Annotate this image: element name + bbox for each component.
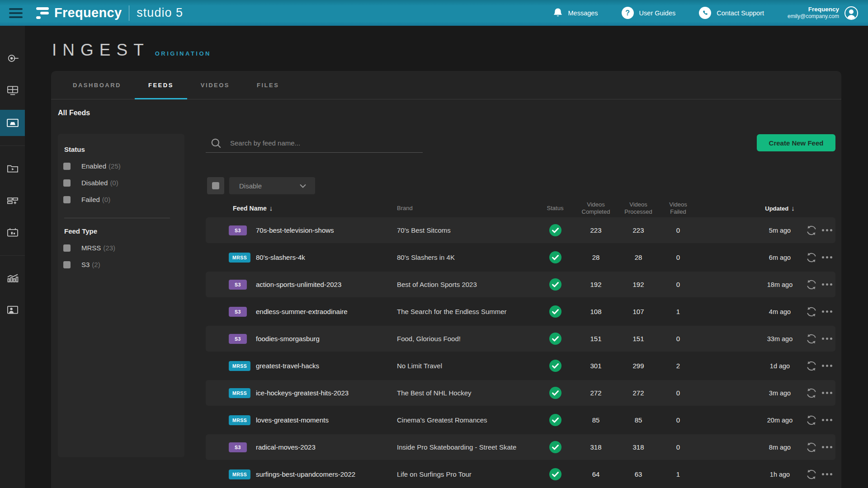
sidebar-item-account[interactable] [0, 297, 25, 323]
feed-brand: Inside Pro Skateboarding - Street Skate [397, 443, 537, 451]
column-header-videos-processed[interactable]: VideosProcessed [618, 201, 658, 216]
videos-failed-value: 1 [658, 470, 698, 478]
filter-option-mrss[interactable]: MRSS(23) [63, 239, 179, 256]
row-menu-button[interactable] [818, 392, 835, 394]
column-header-videos-completed[interactable]: VideosCompleted [573, 201, 618, 216]
avatar-icon[interactable] [844, 6, 858, 20]
checkbox-icon[interactable] [63, 244, 71, 252]
filter-option-disabled[interactable]: Disabled(0) [63, 174, 179, 191]
checkbox-icon [212, 182, 219, 189]
feed-name[interactable]: radical-moves-2023 [256, 443, 397, 451]
sidebar-item-video-library[interactable] [0, 155, 25, 182]
refresh-feed-button[interactable] [805, 224, 818, 237]
refresh-feed-button[interactable] [805, 359, 818, 373]
sidebar-item-multiview[interactable] [0, 77, 25, 103]
refresh-feed-button[interactable] [805, 251, 818, 264]
bulk-action-dropdown[interactable]: Disable [229, 177, 315, 194]
column-header-feed-name[interactable]: Feed Name↓ [229, 204, 397, 212]
sidebar-item-collections[interactable] [0, 188, 25, 214]
row-menu-button[interactable] [818, 310, 835, 313]
feed-type-badge: S3 [229, 442, 247, 452]
filter-option-s3[interactable]: S3(2) [63, 256, 179, 273]
sidebar-item-analytics[interactable] [0, 265, 25, 291]
feed-name[interactable]: foodies-smorgasburg [256, 335, 397, 343]
row-menu-button[interactable] [818, 229, 835, 231]
column-header-updated[interactable]: Updated↓ [755, 204, 805, 212]
feed-name[interactable]: action-sports-unlimited-2023 [256, 281, 397, 288]
column-header-brand[interactable]: Brand [397, 205, 537, 211]
select-all-checkbox[interactable] [207, 177, 224, 194]
refresh-feed-button[interactable] [805, 386, 818, 400]
table-row[interactable]: MRSS 80's-slashers-4k 80's Slashers in 4… [206, 244, 835, 270]
table-row[interactable]: S3 foodies-smorgasburg Food, Glorious Fo… [206, 326, 835, 352]
updated-value: 5m ago [755, 227, 805, 234]
feed-name[interactable]: ice-hockeys-greatest-hits-2023 [256, 389, 397, 397]
table-row[interactable]: S3 endless-summer-extraodinaire The Sear… [206, 299, 835, 324]
refresh-feed-button[interactable] [805, 441, 818, 454]
sidebar-item-schedule[interactable] [0, 220, 25, 246]
table-row[interactable]: MRSS surfings-best-upandcomers-2022 Life… [206, 461, 835, 487]
refresh-feed-button[interactable] [805, 468, 818, 481]
filter-count: (23) [103, 244, 115, 252]
refresh-feed-button[interactable] [805, 413, 818, 427]
table-row[interactable]: S3 action-sports-unlimited-2023 Best of … [206, 272, 835, 297]
refresh-feed-button[interactable] [805, 305, 818, 319]
column-header-videos-failed[interactable]: VideosFailed [658, 201, 698, 216]
feed-brand: The Best of NHL Hockey [397, 389, 537, 397]
refresh-icon [805, 278, 818, 291]
status-enabled-icon [549, 224, 562, 237]
row-menu-button[interactable] [818, 256, 835, 258]
videos-processed-value: 223 [618, 226, 658, 234]
feed-name[interactable]: greatest-travel-hacks [256, 362, 397, 370]
table-row[interactable]: MRSS ice-hockeys-greatest-hits-2023 The … [206, 380, 835, 406]
filter-count: (0) [102, 196, 110, 203]
tab-videos[interactable]: VIDEOS [187, 71, 243, 99]
table-row[interactable]: MRSS loves-greatest-moments Cinema's Gre… [206, 407, 835, 433]
feed-brand: 70's Best Sitcoms [397, 226, 537, 234]
sort-desc-icon: ↓ [791, 204, 795, 212]
user-menu[interactable]: Frequency emily@company.com [788, 6, 858, 20]
checkbox-icon[interactable] [63, 261, 71, 268]
bell-icon [553, 8, 563, 19]
feed-name[interactable]: surfings-best-upandcomers-2022 [256, 470, 397, 478]
filter-option-failed[interactable]: Failed(0) [63, 191, 179, 208]
sidebar-item-ingest[interactable] [0, 110, 25, 136]
messages-button[interactable]: Messages [553, 8, 598, 19]
videos-completed-value: 301 [573, 362, 618, 370]
search-input[interactable] [230, 139, 402, 147]
refresh-feed-button[interactable] [805, 278, 818, 291]
feed-name[interactable]: loves-greatest-moments [256, 416, 397, 424]
feed-brand: Cinema's Greatest Romances [397, 416, 537, 424]
contact-support-button[interactable]: Contact Support [699, 7, 764, 19]
header-bar: Frequency studio 5 Messages ? User Guide… [0, 0, 868, 26]
updated-value: 33m ago [755, 335, 805, 343]
row-menu-button[interactable] [818, 473, 835, 475]
row-menu-button[interactable] [818, 446, 835, 448]
refresh-feed-button[interactable] [805, 332, 818, 346]
checkbox-icon[interactable] [63, 163, 71, 170]
feed-name[interactable]: 70s-best-television-shows [256, 226, 397, 234]
table-row[interactable]: S3 70s-best-television-shows 70's Best S… [206, 217, 835, 243]
checkbox-icon[interactable] [63, 179, 71, 187]
table-row[interactable]: MRSS greatest-travel-hacks No Limit Trav… [206, 353, 835, 379]
hamburger-menu-icon[interactable] [9, 8, 23, 18]
create-new-feed-button[interactable]: Create New Feed [757, 134, 835, 151]
column-header-status[interactable]: Status [537, 205, 573, 211]
feed-name[interactable]: endless-summer-extraodinaire [256, 308, 397, 315]
row-menu-button[interactable] [818, 338, 835, 340]
checkbox-icon[interactable] [63, 196, 71, 203]
table-row[interactable]: S3 radical-moves-2023 Inside Pro Skatebo… [206, 434, 835, 460]
user-guides-button[interactable]: ? User Guides [622, 7, 676, 19]
search-bar[interactable] [206, 134, 423, 153]
product-name: studio 5 [137, 6, 183, 20]
tab-dashboard[interactable]: DASHBOARD [59, 71, 135, 99]
row-menu-button[interactable] [818, 283, 835, 286]
feed-brand: The Search for the Endless Summer [397, 308, 537, 315]
row-menu-button[interactable] [818, 419, 835, 421]
row-menu-button[interactable] [818, 365, 835, 367]
filter-option-enabled[interactable]: Enabled(25) [63, 158, 179, 174]
feed-name[interactable]: 80's-slashers-4k [256, 253, 397, 261]
tab-feeds[interactable]: FEEDS [135, 71, 187, 99]
sidebar-item-discover[interactable] [0, 45, 25, 71]
tab-files[interactable]: FILES [243, 71, 292, 99]
